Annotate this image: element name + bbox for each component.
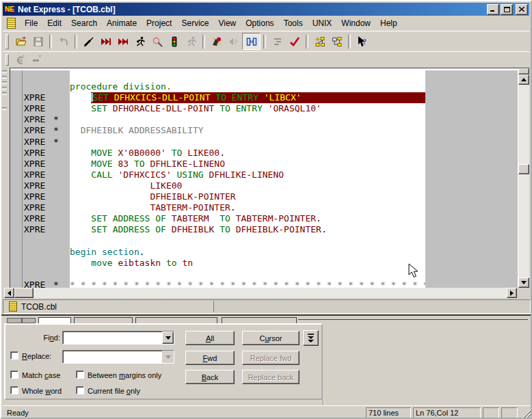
run-return-button[interactable] — [114, 33, 131, 49]
code-line[interactable] — [70, 269, 425, 280]
folder-open-button[interactable] — [12, 33, 29, 49]
menu-item-tools[interactable]: Tools — [279, 16, 308, 30]
find-back-button[interactable]: Back — [185, 370, 235, 384]
menu-item-view[interactable]: View — [213, 16, 241, 30]
code-line[interactable]: begin section. — [70, 247, 425, 258]
find-fwd-button[interactable]: Fwd — [185, 351, 235, 365]
whole-word-label: Whole word — [22, 387, 62, 395]
menu-item-window[interactable]: Window — [336, 16, 375, 30]
between-margins-checkbox[interactable] — [76, 370, 84, 379]
gutter-row — [10, 247, 70, 258]
replace-checkbox[interactable] — [10, 351, 18, 360]
menu-item-service[interactable]: Service — [176, 16, 213, 30]
menu-item-help[interactable]: Help — [375, 16, 402, 30]
horizontal-scroll-thumb[interactable] — [14, 288, 34, 298]
vertical-scrollbar[interactable] — [518, 68, 529, 288]
find-all-button[interactable]: All — [185, 331, 235, 345]
code-line[interactable]: move eibtaskn to tn — [70, 258, 425, 269]
code-line[interactable] — [70, 137, 425, 148]
maximize-button[interactable] — [501, 4, 513, 15]
docked-tab-stub[interactable] — [7, 318, 22, 323]
minimize-button[interactable] — [487, 4, 499, 15]
code-line[interactable]: TABTERM-POINTER. — [70, 202, 425, 213]
code-line-highlighted[interactable]: SET DFHXCICS-DLL-POINT TO ENTRY 'LIBCX' — [70, 92, 425, 103]
secondary-toolbar-buttons — [12, 53, 45, 67]
menu-item-unix[interactable]: UNIX — [308, 16, 337, 30]
editor-gutter[interactable]: XPREXPREXPRE*XPRE*XPRE*XPREXPREXPREXPREX… — [10, 70, 70, 290]
needle-button[interactable] — [80, 33, 97, 49]
gutter-row — [10, 235, 70, 246]
toolbar-grip[interactable] — [5, 54, 9, 66]
current-file-checkbox[interactable] — [76, 386, 84, 394]
document-icon — [9, 301, 17, 312]
copybook-in-icon — [15, 55, 26, 66]
scroll-right-button[interactable] — [507, 288, 517, 298]
toolbar-separator — [49, 35, 52, 49]
code-editor[interactable]: XPREXPREXPRE*XPRE*XPRE*XPREXPREXPREXPREX… — [10, 68, 530, 298]
code-line[interactable]: CALL 'DFHXCICS' USING DFHLIKE-LINENO — [70, 170, 425, 180]
help-pointer-button[interactable]: ? — [354, 33, 371, 49]
run-man-disabled-button — [183, 33, 200, 49]
find-dropdown-button[interactable] — [162, 332, 174, 344]
splitter-box[interactable] — [518, 68, 529, 75]
editor-code[interactable]: procedure division. SET DFHXCICS-DLL-POI… — [70, 70, 425, 290]
code-line[interactable]: MOVE 83 TO DFHLIKE-LINENO — [70, 159, 425, 170]
code-line[interactable]: DFHEIBLK-POINTER — [70, 191, 425, 202]
tab-tcob[interactable]: TCOB.cbl — [5, 301, 214, 312]
code-line[interactable] — [70, 114, 425, 125]
vertical-scroll-thumb[interactable] — [518, 164, 529, 174]
code-line[interactable]: MOVE X'0B0000' TO LIKE00. — [70, 148, 425, 159]
scroll-left-button[interactable] — [4, 288, 14, 298]
gutter-row: XPRE — [10, 180, 70, 191]
project-new-button[interactable] — [311, 33, 328, 49]
replace-label: Replace: — [22, 352, 51, 360]
editor-left-strip — [1, 68, 10, 298]
close-button[interactable] — [516, 4, 528, 15]
toolbar-separator — [348, 35, 351, 49]
title-bar[interactable]: NE Net Express - [TCOB.cbl] — [3, 3, 529, 16]
scroll-down-button[interactable] — [518, 278, 529, 288]
menu-item-search[interactable]: Search — [66, 16, 102, 30]
code-line[interactable]: SET ADDRESS OF TABTERM TO TABTERM-POINTE… — [70, 213, 425, 224]
run-man-button[interactable] — [131, 33, 148, 49]
traffic-light-button[interactable] — [165, 33, 183, 49]
folder-open-icon — [16, 36, 27, 47]
sync-arrows-button — [225, 33, 242, 49]
whole-word-checkbox[interactable] — [10, 386, 18, 394]
scroll-up-button[interactable] — [518, 75, 529, 85]
animate-compile-button[interactable] — [208, 33, 225, 49]
strip-line — [298, 319, 528, 320]
more-options-button[interactable] — [303, 330, 319, 346]
match-case-checkbox[interactable] — [10, 370, 18, 379]
code-line[interactable]: LIKE00 — [70, 180, 425, 191]
code-line[interactable] — [70, 70, 425, 81]
menu-item-options[interactable]: Options — [241, 16, 278, 30]
examine-button[interactable] — [148, 33, 165, 49]
menu-item-project[interactable]: Project — [142, 16, 176, 30]
run-thru-button[interactable] — [97, 33, 114, 49]
toolbar-grip[interactable] — [5, 34, 9, 49]
status-bar: Ready 710 lines Ln 76,Col 12 — [3, 405, 532, 419]
menu-item-file[interactable]: File — [20, 16, 42, 30]
find-cursor-button[interactable]: Cursor — [242, 331, 300, 345]
menu-bar-items: FileEditSearchAnimateProjectServiceViewO… — [20, 16, 402, 30]
find-input[interactable] — [62, 331, 174, 344]
check-button[interactable] — [286, 33, 303, 49]
docked-tab-stub[interactable] — [22, 318, 36, 323]
toolbar-separator — [306, 35, 308, 49]
undo-button — [55, 33, 72, 49]
horizontal-scrollbar[interactable] — [4, 288, 517, 298]
replace-fwd-button: Replace fwd — [242, 351, 300, 365]
code-line[interactable] — [70, 235, 425, 246]
project-link-button[interactable] — [328, 33, 345, 49]
compare-toggle-button[interactable] — [242, 33, 261, 50]
code-line[interactable]: procedure division. — [70, 81, 425, 92]
menu-item-animate[interactable]: Animate — [102, 16, 142, 30]
code-line[interactable]: SET ADDRESS OF DFHEIBLK TO DFHEIBLK-POIN… — [70, 224, 425, 235]
menu-item-edit[interactable]: Edit — [42, 16, 66, 30]
resize-grip[interactable] — [522, 409, 531, 418]
gutter-row: XPRE — [10, 92, 70, 103]
svg-text:?: ? — [362, 37, 367, 46]
code-line[interactable]: DFHEIBLK ADDRESSABILITY — [70, 125, 425, 136]
code-line[interactable]: SET DFHORACLE-DLL-POINT TO ENTRY 'ORASQL… — [70, 103, 425, 114]
